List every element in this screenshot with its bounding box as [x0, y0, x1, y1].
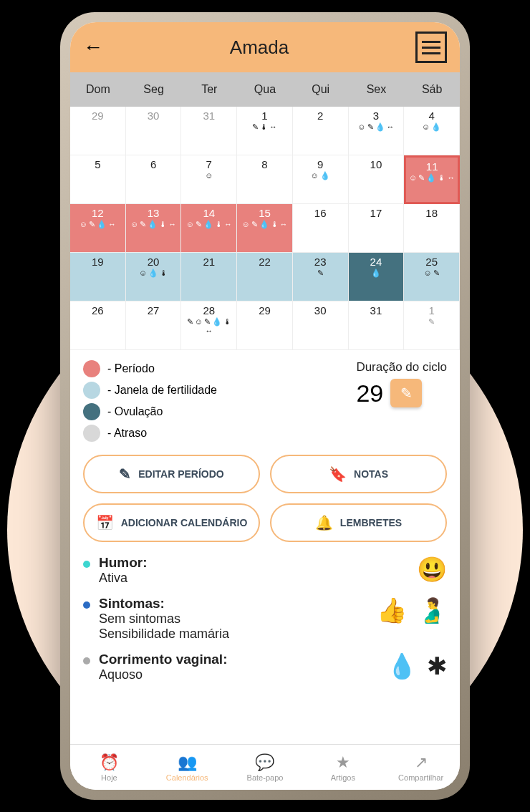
- calendar-day[interactable]: 18: [404, 204, 460, 253]
- calendar-day[interactable]: 29: [237, 301, 293, 350]
- calendar-day[interactable]: 13☺✎💧🌡↔: [126, 204, 182, 253]
- legend-ovulation: - Ovulação: [83, 403, 217, 420]
- calendar-day[interactable]: 20☺💧🌡: [126, 253, 182, 301]
- chat-icon: 💬: [255, 753, 274, 772]
- reminders-label: LEMBRETES: [340, 517, 402, 528]
- nav-share[interactable]: ↗Compartilhar: [382, 745, 460, 790]
- calendar-day[interactable]: 1✎🌡↔: [237, 107, 293, 155]
- calendar-day[interactable]: 26: [70, 301, 126, 350]
- calendar-day[interactable]: 9☺💧: [293, 155, 349, 204]
- weekday-cell: Dom: [70, 72, 126, 107]
- edit-cycle-button[interactable]: ✎: [390, 379, 422, 407]
- calendar-day[interactable]: 16: [293, 204, 349, 253]
- day-icons: ☺💧🌡: [139, 269, 168, 277]
- calendar-day[interactable]: 31: [349, 301, 405, 350]
- cycle-value: 29: [356, 380, 383, 407]
- day-number: 23: [314, 256, 327, 268]
- page-title: Amada: [230, 37, 289, 59]
- calendar-day[interactable]: 29: [70, 107, 126, 155]
- symptoms-value: Sensibilidade mamária: [99, 627, 368, 642]
- menu-button[interactable]: [415, 32, 447, 63]
- calendar-day[interactable]: 11☺✎💧🌡↔: [404, 155, 460, 204]
- mood-row[interactable]: Humor: Ativa 😃: [83, 555, 447, 586]
- calendar-day[interactable]: 2: [293, 107, 349, 155]
- back-button[interactable]: ←: [83, 36, 103, 59]
- day-number: 31: [370, 304, 382, 316]
- day-icons: ☺✎💧↔: [357, 123, 394, 131]
- symptoms-label: Sintomas:: [99, 596, 368, 612]
- day-number: 2: [317, 110, 323, 122]
- app-header: ← Amada: [70, 22, 460, 72]
- day-number: 21: [203, 256, 215, 268]
- day-number: 25: [425, 256, 438, 268]
- day-number: 24: [370, 256, 382, 268]
- calendar-day[interactable]: 3☺✎💧↔: [349, 107, 405, 155]
- calendar-day[interactable]: 5: [70, 155, 126, 204]
- nav-chat[interactable]: 💬Bate-papo: [226, 745, 304, 790]
- weekday-cell: Qui: [293, 72, 349, 107]
- day-number: 6: [150, 158, 156, 170]
- calendar-day[interactable]: 14☺✎💧🌡↔: [181, 204, 237, 253]
- bookmark-icon: 🔖: [329, 465, 347, 483]
- day-number: 3: [373, 110, 379, 122]
- calendar-day[interactable]: 1✎: [404, 301, 460, 350]
- pencil-icon: ✎: [119, 465, 131, 483]
- notes-button[interactable]: 🔖 NOTAS: [270, 455, 447, 493]
- calendar-day[interactable]: 28✎☺✎💧🌡↔: [181, 301, 237, 350]
- calendar-day[interactable]: 24💧: [349, 253, 405, 301]
- legend-late: - Atraso: [83, 425, 217, 442]
- notes-label: NOTAS: [354, 468, 388, 480]
- nav-label: Calendários: [166, 773, 208, 782]
- legend-late-label: - Atraso: [107, 427, 147, 440]
- day-icons: ☺💧: [311, 172, 330, 180]
- day-number: 5: [95, 158, 100, 170]
- nav-today[interactable]: ⏰Hoje: [70, 745, 148, 790]
- day-number: 30: [314, 304, 327, 316]
- reminders-button[interactable]: 🔔 LEMBRETES: [270, 503, 447, 542]
- calendar-day[interactable]: 12☺✎💧↔: [70, 204, 126, 253]
- calendar-day[interactable]: 6: [126, 155, 182, 204]
- day-icons: ✎: [317, 269, 324, 277]
- calendar-day[interactable]: 23✎: [293, 253, 349, 301]
- day-number: 1: [261, 110, 267, 122]
- calendar-plus-icon: 📅: [96, 514, 114, 531]
- nav-articles[interactable]: ★Artigos: [304, 745, 382, 790]
- day-icons: ☺✎💧🌡↔: [241, 221, 287, 228]
- calendar-day[interactable]: 19: [70, 253, 126, 301]
- calendar-day[interactable]: 22: [237, 253, 293, 301]
- calendar-day[interactable]: 21: [181, 253, 237, 301]
- calendar-day[interactable]: 30: [293, 301, 349, 350]
- day-number: 30: [148, 110, 160, 122]
- nav-calendars[interactable]: 👥Calendários: [148, 745, 226, 790]
- calendar-day[interactable]: 27: [126, 301, 182, 350]
- day-number: 29: [92, 110, 104, 122]
- calendar-day[interactable]: 4☺💧: [404, 107, 460, 155]
- calendar-day[interactable]: 15☺✎💧🌡↔: [237, 204, 293, 253]
- edit-period-label: EDITAR PERÍODO: [138, 468, 224, 480]
- add-calendar-button[interactable]: 📅 ADICIONAR CALENDÁRIO: [83, 503, 260, 542]
- calendar-day[interactable]: 30: [126, 107, 182, 155]
- day-icons: ✎: [428, 318, 435, 326]
- calendar-day[interactable]: 7☺: [181, 155, 237, 204]
- calendar-day[interactable]: 8: [237, 155, 293, 204]
- calendar-day[interactable]: 25☺✎: [404, 253, 460, 301]
- weekday-cell: Sex: [349, 72, 405, 107]
- mood-value: Ativa: [99, 571, 408, 586]
- nav-label: Compartilhar: [398, 773, 443, 782]
- calendar-day[interactable]: 31: [181, 107, 237, 155]
- discharge-value: Aquoso: [99, 667, 378, 682]
- edit-period-button[interactable]: ✎ EDITAR PERÍODO: [83, 455, 260, 493]
- calendar-day[interactable]: 10: [349, 155, 405, 204]
- day-number: 15: [259, 207, 271, 219]
- calendar-day[interactable]: 17: [349, 204, 405, 253]
- day-number: 8: [261, 158, 267, 170]
- discharge-row[interactable]: Corrimento vaginal: Aquoso 💧✱: [83, 652, 447, 682]
- symptoms-row[interactable]: Sintomas: Sem sintomas Sensibilidade mam…: [83, 596, 447, 642]
- day-number: 1: [428, 304, 434, 316]
- nav-label: Hoje: [101, 773, 117, 782]
- bottom-nav: ⏰Hoje 👥Calendários 💬Bate-papo ★Artigos ↗…: [70, 744, 460, 790]
- splash-icon: ✱: [427, 652, 447, 680]
- day-number: 18: [425, 207, 438, 219]
- day-icons: ✎☺✎💧🌡↔: [184, 318, 234, 335]
- star-icon: ★: [336, 753, 350, 772]
